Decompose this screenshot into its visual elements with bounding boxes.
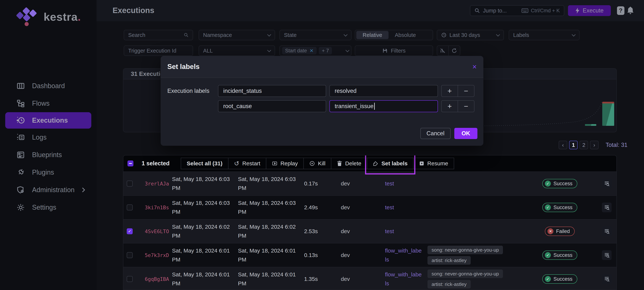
relative-toggle[interactable]: Relative bbox=[356, 31, 388, 39]
namespace-cell: dev bbox=[341, 180, 385, 187]
label-value-input-focused[interactable]: transient_issue bbox=[330, 100, 438, 112]
view-logs-button[interactable] bbox=[602, 250, 612, 260]
set-labels-button[interactable]: Set labels bbox=[367, 158, 414, 169]
view-logs-button[interactable] bbox=[602, 226, 612, 236]
ok-button[interactable]: OK bbox=[454, 128, 478, 139]
sidebar-item-label: Dashboard bbox=[32, 82, 65, 90]
kill-button[interactable]: Kill bbox=[303, 158, 331, 169]
resume-icon bbox=[419, 161, 424, 166]
start-date-chip[interactable]: Start date ✕ bbox=[282, 47, 316, 54]
absolute-toggle[interactable]: Absolute bbox=[388, 31, 422, 39]
replay-button[interactable]: Replay bbox=[266, 158, 304, 169]
status-badge: ✓ Success bbox=[542, 179, 577, 188]
delete-button[interactable]: Delete bbox=[331, 158, 367, 169]
select-all-button[interactable]: Select all (31) bbox=[181, 158, 228, 169]
kestra-logo-icon bbox=[16, 8, 38, 26]
flow-link[interactable]: test bbox=[385, 227, 428, 236]
page-title: Executions bbox=[112, 6, 154, 15]
view-logs-button[interactable] bbox=[602, 179, 612, 188]
clock-icon bbox=[441, 32, 446, 38]
pagination-prev-button[interactable]: ‹ bbox=[559, 141, 567, 149]
sidebar-item-plugins[interactable]: Plugins bbox=[0, 164, 96, 181]
execution-id-link[interactable]: 5e7k3rxD bbox=[145, 252, 172, 258]
status-badge: ✓ Success bbox=[542, 274, 577, 284]
refresh-icon-button[interactable] bbox=[448, 46, 460, 56]
pagination-next-button[interactable]: › bbox=[590, 141, 598, 149]
trigger-execution-id-input[interactable]: Trigger Execution Id bbox=[124, 46, 193, 56]
sidebar-item-label: Settings bbox=[32, 204, 56, 211]
start-date-filter[interactable]: Start date ✕ + 7 bbox=[280, 46, 352, 56]
label-value-input[interactable]: resolved bbox=[330, 85, 438, 97]
lightning-icon bbox=[575, 8, 580, 14]
label-key-input[interactable]: incident_status bbox=[218, 85, 326, 97]
sidebar-item-administration[interactable]: Administration bbox=[0, 181, 96, 199]
more-dates-chip[interactable]: + 7 bbox=[319, 47, 332, 54]
kestra-logo[interactable]: kestra. bbox=[16, 8, 81, 26]
filters-button[interactable]: Filters bbox=[355, 46, 433, 56]
end-date-cell: Sat, May 18, 2024 6:01 PM bbox=[238, 246, 304, 264]
clear-icon[interactable]: ✕ bbox=[310, 48, 314, 54]
row-checkbox[interactable]: ✓ bbox=[127, 228, 133, 234]
execution-id-link[interactable]: 3ki7n1Bs bbox=[145, 205, 172, 210]
row-checkbox[interactable] bbox=[127, 276, 133, 282]
start-date-cell: Sat, May 18, 2024 6:02 PM bbox=[172, 222, 238, 240]
set-labels-modal: Set labels × Execution labels incident_s… bbox=[161, 56, 483, 146]
state-select[interactable]: State bbox=[280, 30, 352, 40]
labels-select[interactable]: Labels bbox=[509, 30, 580, 40]
execution-labels-label: Execution labels bbox=[167, 88, 218, 94]
row-checkbox[interactable] bbox=[127, 180, 133, 186]
view-logs-button[interactable] bbox=[602, 202, 612, 212]
cancel-button[interactable]: Cancel bbox=[420, 128, 450, 139]
label-key-input[interactable]: root_cause bbox=[218, 100, 326, 112]
flow-link[interactable]: flow_with_labels bbox=[385, 246, 428, 264]
notifications-bell-icon[interactable] bbox=[626, 6, 634, 15]
sidebar-item-dashboard[interactable]: Dashboard bbox=[0, 77, 96, 95]
remove-label-button[interactable]: − bbox=[458, 85, 474, 97]
table-row[interactable]: 6gqBgIBA Sat, May 18, 2024 6:01 PM Sat, … bbox=[123, 267, 616, 290]
execution-id-link[interactable]: 6gqBgIBA bbox=[145, 276, 172, 282]
sidebar-item-label: Blueprints bbox=[32, 151, 62, 159]
pagination-page-2[interactable]: 2 bbox=[580, 141, 588, 149]
status-badge: ✓ Success bbox=[542, 250, 577, 260]
select-all-checkbox[interactable] bbox=[128, 160, 134, 166]
scope-select[interactable]: ALL bbox=[199, 46, 275, 56]
execute-button[interactable]: Execute bbox=[568, 5, 611, 16]
sidebar-item-blueprints[interactable]: Blueprints bbox=[0, 146, 96, 164]
table-row[interactable]: 5e7k3rxD Sat, May 18, 2024 6:01 PM Sat, … bbox=[123, 243, 616, 267]
help-icon[interactable]: ? bbox=[617, 6, 624, 15]
add-label-button[interactable]: + bbox=[441, 85, 458, 97]
hide-chart-icon-button[interactable] bbox=[437, 46, 449, 56]
jump-to-placeholder: Jump to... bbox=[483, 8, 507, 14]
sidebar-item-flows[interactable]: Flows bbox=[0, 95, 96, 112]
sidebar-item-executions[interactable]: Executions bbox=[5, 112, 91, 128]
table-row[interactable]: 3ki7n1Bs Sat, May 18, 2024 6:03 PM Sat, … bbox=[123, 195, 616, 219]
restart-button[interactable]: ↺ Restart bbox=[228, 158, 266, 169]
row-checkbox[interactable] bbox=[127, 252, 133, 258]
search-input[interactable]: Search bbox=[124, 30, 193, 40]
sidebar-item-settings[interactable]: Settings bbox=[0, 199, 96, 216]
jump-to-search[interactable]: Jump to... Ctrl/Cmd + K bbox=[470, 5, 564, 16]
bulk-actions-toolbar: 1 selected Select all (31) ↺ Restart Rep… bbox=[123, 156, 616, 172]
flow-link[interactable]: flow_with_labels bbox=[385, 270, 428, 288]
pagination-page-1[interactable]: 1 bbox=[569, 141, 578, 149]
remove-label-button[interactable]: − bbox=[458, 100, 474, 112]
chevron-right-icon bbox=[82, 187, 85, 193]
execution-id-link[interactable]: 3rerlAJa bbox=[145, 181, 172, 186]
sidebar-item-label: Flows bbox=[32, 100, 50, 107]
close-icon[interactable]: × bbox=[472, 63, 477, 70]
execution-id-link[interactable]: 4SvE6LTO bbox=[145, 228, 172, 234]
search-icon bbox=[184, 32, 188, 38]
namespace-select[interactable]: Namespace bbox=[199, 30, 275, 40]
table-row[interactable]: 3rerlAJa Sat, May 18, 2024 6:03 PM Sat, … bbox=[123, 172, 616, 195]
flow-link[interactable]: test bbox=[385, 179, 428, 188]
jump-to-shortcut: Ctrl/Cmd + K bbox=[531, 8, 560, 14]
view-logs-button[interactable] bbox=[602, 274, 612, 284]
date-range-select[interactable]: Last 30 days bbox=[437, 30, 504, 40]
row-checkbox[interactable] bbox=[127, 204, 133, 210]
search-icon bbox=[474, 8, 480, 14]
flow-link[interactable]: test bbox=[385, 203, 428, 212]
add-label-button[interactable]: + bbox=[441, 100, 458, 112]
sidebar-item-logs[interactable]: Logs bbox=[0, 128, 96, 146]
resume-button[interactable]: Resume bbox=[413, 158, 454, 169]
table-row[interactable]: ✓ 4SvE6LTO Sat, May 18, 2024 6:02 PM Sat… bbox=[123, 219, 616, 243]
